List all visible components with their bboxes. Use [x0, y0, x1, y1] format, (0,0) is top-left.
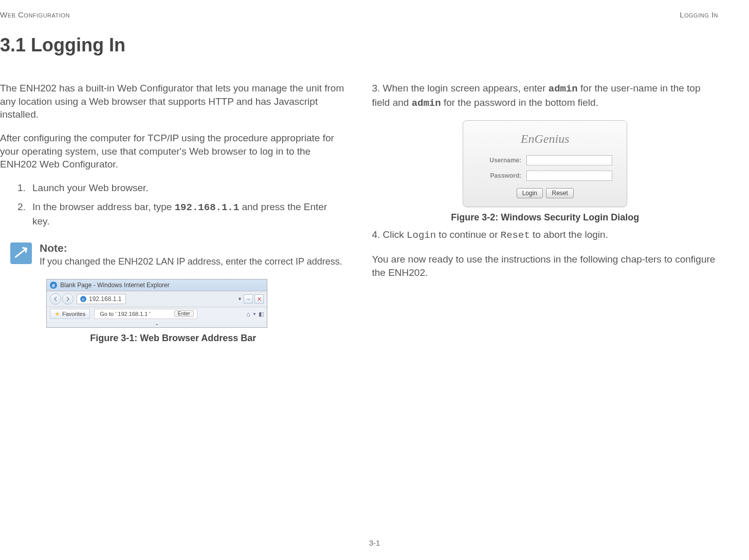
password-input[interactable]	[526, 171, 612, 181]
password-row: Password:	[478, 171, 612, 181]
goto-text: Go to ' 192.168.1.1 '	[100, 311, 150, 317]
header-right: Logging In	[680, 10, 718, 19]
goto-suggestion[interactable]: Go to ' 192.168.1.1 ' Enter	[94, 309, 197, 319]
address-bar[interactable]: e 192.168.1.1	[77, 294, 126, 304]
closing-paragraph: You are now ready to use the instruction…	[372, 253, 719, 279]
step-1: Launch your Web browser.	[28, 181, 346, 195]
page-icon: e	[80, 296, 86, 302]
note-box: Note: If you changed the ENH202 LAN IP a…	[10, 241, 346, 268]
step-4-text-c: to abort the login.	[530, 229, 608, 240]
reset-button[interactable]: Reset	[546, 188, 573, 198]
step-4-login: Login	[407, 230, 436, 241]
figure-3-1-caption: Figure 3-1: Web Browser Address Bar	[0, 333, 346, 344]
step-4-text-a: 4. Click	[372, 229, 407, 240]
username-row: Username:	[478, 155, 612, 165]
right-column: 3. When the login screen appears, enter …	[372, 82, 719, 349]
step-4-reset: Reset	[501, 230, 530, 241]
page-number: 3-1	[0, 538, 749, 547]
favorites-label: Favorites	[62, 311, 85, 317]
step-3-paragraph: 3. When the login screen appears, enter …	[372, 82, 719, 110]
intro-paragraph-2: After configuring the computer for TCP/I…	[0, 132, 346, 171]
username-input[interactable]	[526, 155, 612, 165]
step-3-admin1: admin	[549, 83, 578, 95]
step-2-ip: 192.168.1.1	[175, 202, 239, 213]
login-buttons: Login Reset	[478, 188, 612, 198]
login-brand: EnGenius	[478, 132, 612, 146]
figure-3-1: e Blank Page - Windows Internet Explorer…	[0, 279, 346, 344]
step-3-admin2: admin	[412, 98, 441, 109]
step-4-text-b: to continue or	[436, 229, 501, 240]
note-icon	[10, 242, 32, 264]
step-2: In the browser address bar, type 192.168…	[28, 200, 346, 228]
step-4-paragraph: 4. Click Login to continue or Reset to a…	[372, 228, 719, 242]
ie-icon: e	[50, 282, 57, 289]
figure-3-2: EnGenius Username: Password: Login Reset…	[372, 120, 719, 223]
note-title: Note:	[40, 241, 346, 255]
username-label: Username:	[478, 157, 521, 164]
section-title: 3.1 Logging In	[0, 34, 718, 56]
nav-buttons	[50, 293, 74, 305]
browser-title: Blank Page - Windows Internet Explorer	[60, 282, 170, 289]
go-button[interactable]: →	[244, 294, 253, 304]
nav-right-controls: ▼ → ✕	[238, 294, 264, 304]
figure-3-2-caption: Figure 3-2: Windows Security Login Dialo…	[372, 212, 719, 223]
expand-chevron-icon[interactable]: ⌄	[47, 321, 267, 327]
favorites-button[interactable]: ★ Favorites	[50, 309, 90, 319]
star-icon: ★	[54, 310, 60, 318]
intro-paragraph-1: The ENH202 has a built-in Web Configurat…	[0, 82, 346, 121]
page-header: Web Configuration Logging In	[0, 10, 718, 19]
step-3-text-a: 3. When the login screen appears, enter	[372, 83, 549, 94]
address-url: 192.168.1.1	[89, 295, 121, 303]
login-dialog: EnGenius Username: Password: Login Reset	[463, 120, 627, 207]
dropdown-arrow-icon[interactable]: ▼	[238, 296, 242, 302]
forward-button[interactable]	[62, 293, 74, 305]
feed-icon[interactable]: ◧	[259, 311, 264, 318]
enter-badge: Enter	[174, 310, 194, 317]
note-content: Note: If you changed the ENH202 LAN IP a…	[40, 241, 346, 268]
toolbar-right: ⌂ ▼ ◧	[246, 310, 264, 318]
stop-button[interactable]: ✕	[254, 294, 264, 304]
browser-navbar: e 192.168.1.1 ▼ → ✕	[47, 291, 267, 307]
chevron-down-icon[interactable]: ▼	[252, 312, 257, 316]
browser-window: e Blank Page - Windows Internet Explorer…	[46, 279, 267, 328]
step-2-text-a: In the browser address bar, type	[32, 201, 175, 212]
note-body: If you changed the ENH202 LAN IP address…	[40, 256, 342, 267]
step-3-text-c: for the password in the bottom field.	[441, 97, 598, 108]
browser-toolbar: ★ Favorites Go to ' 192.168.1.1 ' Enter …	[47, 307, 267, 321]
steps-list: Launch your Web browser. In the browser …	[0, 181, 346, 228]
login-button[interactable]: Login	[517, 188, 543, 198]
password-label: Password:	[478, 172, 521, 179]
back-button[interactable]	[50, 293, 61, 305]
home-icon[interactable]: ⌂	[246, 310, 250, 318]
header-left: Web Configuration	[0, 10, 70, 19]
browser-titlebar: e Blank Page - Windows Internet Explorer	[47, 279, 267, 291]
content-columns: The ENH202 has a built-in Web Configurat…	[0, 82, 718, 349]
left-column: The ENH202 has a built-in Web Configurat…	[0, 82, 346, 349]
